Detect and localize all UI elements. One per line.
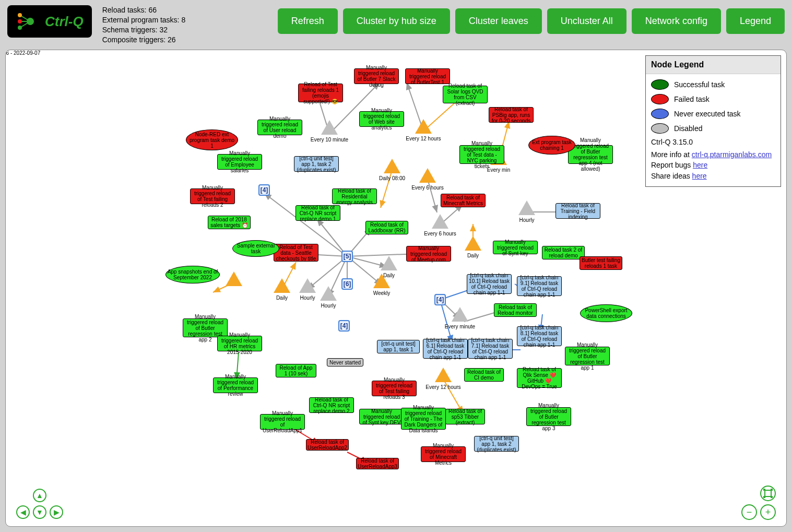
- svg-rect-44: [763, 496, 765, 498]
- task-node[interactable]: Manually triggered reload of Minecraft M…: [421, 446, 466, 462]
- cluster-node[interactable]: [4]: [434, 294, 446, 305]
- pan-right-button[interactable]: ▶: [50, 505, 63, 519]
- task-node[interactable]: [ctrl-q task chain 8.1] Reload task of C…: [517, 326, 562, 346]
- task-node[interactable]: Manually triggered reload of HR metrics …: [217, 336, 262, 351]
- task-node[interactable]: Reload task of CI demo: [464, 368, 504, 382]
- trigger-icon[interactable]: [465, 236, 481, 251]
- task-node[interactable]: [ctrl-q unit test] app 1, task 2 (duplic…: [474, 436, 519, 452]
- cluster-hub-button[interactable]: Cluster by hub size: [343, 8, 450, 34]
- task-node[interactable]: Reload task of Ctrl-Q NR script replace …: [309, 397, 354, 413]
- cluster-leaves-button[interactable]: Cluster leaves: [455, 8, 542, 34]
- trigger-icon[interactable]: [320, 286, 337, 301]
- task-node[interactable]: Manually triggered reload of Test data -…: [459, 145, 504, 164]
- cluster-node[interactable]: [4]: [338, 320, 350, 332]
- task-node[interactable]: Reload task of Solar logs QVD from CSV (…: [443, 86, 488, 103]
- trigger-icon[interactable]: [415, 119, 432, 134]
- legend-row-disabled: Disabled: [651, 123, 775, 134]
- task-node[interactable]: Butler test failing reloads 1 task: [580, 256, 622, 270]
- task-node[interactable]: Reload task of Reload monitor: [494, 303, 537, 317]
- task-node[interactable]: Reload of 2018 sales targets ⏰: [208, 216, 251, 229]
- task-node[interactable]: Manually triggered reload of Synt key DE…: [359, 409, 404, 424]
- trigger-icon[interactable]: [452, 307, 468, 322]
- pan-down-button[interactable]: ▼: [33, 505, 46, 519]
- task-node[interactable]: [ctrl-q task chain 6.1] Reload task of C…: [423, 339, 468, 359]
- trigger-icon[interactable]: [226, 271, 242, 286]
- trigger-icon[interactable]: [419, 168, 436, 183]
- uncluster-button[interactable]: Uncluster All: [547, 8, 626, 34]
- trigger-icon[interactable]: [381, 256, 397, 270]
- legend-button[interactable]: Legend: [726, 8, 785, 34]
- task-node[interactable]: [ctrl-q task chain 10.1] Reload task of …: [467, 274, 512, 294]
- task-node[interactable]: Manually triggered reload of Test failin…: [372, 381, 417, 396]
- task-node[interactable]: [ctrl-q task chain 9.1] Reload task of C…: [517, 276, 562, 296]
- task-node[interactable]: Manually triggered reload of Butler regr…: [565, 347, 610, 365]
- stat-reload: Reload tasks: 66: [102, 5, 186, 15]
- task-node[interactable]: Manually triggered reload of Butler 7 Sl…: [354, 68, 399, 84]
- header: Ctrl-Q Reload tasks: 66 External program…: [0, 0, 792, 50]
- legend-report-link[interactable]: here: [693, 161, 707, 169]
- task-node[interactable]: Reload task of Qlik Sense ❤️ GitHub ❤️ D…: [517, 368, 562, 388]
- task-node[interactable]: Reload of Test data - Seattle checkouts …: [274, 244, 318, 262]
- task-node[interactable]: Reload task of Laddboxar (RR): [365, 221, 408, 234]
- svg-rect-41: [765, 490, 771, 496]
- trigger-label: Daily 08:00: [379, 175, 405, 181]
- zoom-in-button[interactable]: +: [760, 504, 776, 520]
- ext-task-node[interactable]: App snapshots end of September 2022: [166, 266, 220, 283]
- task-node[interactable]: Reload task of UserReloadApp3: [356, 458, 399, 469]
- pan-left-button[interactable]: ◀: [16, 505, 30, 519]
- trigger-icon[interactable]: [299, 278, 316, 293]
- cluster-node[interactable]: [4]: [258, 184, 270, 196]
- task-node[interactable]: Manually triggered reload of User reload…: [257, 120, 302, 135]
- cluster-node[interactable]: [5]: [341, 251, 353, 262]
- ext-task-node[interactable]: Sample external task: [232, 240, 279, 257]
- ext-task-node[interactable]: Node-RED ext program task demo 1: [186, 129, 238, 150]
- trigger-icon[interactable]: [518, 200, 535, 215]
- task-node[interactable]: Manually triggered reload of Web site an…: [359, 111, 404, 127]
- trigger-icon[interactable]: [384, 159, 400, 173]
- task-node[interactable]: [ctrl-q task chain 7.1] Reload task of C…: [468, 339, 513, 359]
- task-node[interactable]: Reload task of Ctrl-Q NR script replace …: [295, 205, 340, 221]
- task-node[interactable]: Reload task of PSBig app, runs for 0-20 …: [489, 107, 534, 123]
- cluster-node[interactable]: [6]: [341, 278, 353, 290]
- zoom-out-button[interactable]: −: [741, 504, 757, 520]
- task-node[interactable]: Reload task of Minecraft Metrics: [441, 194, 486, 207]
- trigger-label: Hourly: [519, 217, 535, 223]
- task-node[interactable]: Reload task of UserReloadApp2: [306, 439, 349, 451]
- task-node[interactable]: Manually triggered reload of Employee sa…: [217, 154, 262, 170]
- trigger-icon[interactable]: [432, 214, 448, 229]
- task-node[interactable]: Reload of App 1 (10 sek): [276, 364, 316, 377]
- task-node[interactable]: Reload task of Residential energy analys…: [332, 188, 377, 204]
- ext-task-node[interactable]: PowerShell export data connections: [580, 304, 632, 322]
- legend-share-link[interactable]: here: [692, 172, 707, 180]
- refresh-button[interactable]: Refresh: [278, 8, 338, 34]
- task-node[interactable]: Manually triggered reload of Performance…: [213, 377, 258, 393]
- task-node[interactable]: [ctrl-q unit test] app 1, task 2 (duplic…: [294, 156, 339, 172]
- task-node[interactable]: Manually triggered reload of Training - …: [401, 408, 446, 430]
- task-node[interactable]: Manually triggered reload of Synt key: [493, 241, 538, 254]
- task-node[interactable]: Manually triggered reload of Butler regr…: [526, 407, 571, 426]
- trigger-label[interactable]: Never started: [327, 358, 363, 367]
- legend-moreinfo-link[interactable]: ctrl-q.ptarmiganlabs.com: [692, 150, 772, 159]
- logo-icon: [16, 11, 40, 32]
- task-node[interactable]: Reload of Test failing reloads 1 (emojis…: [298, 84, 343, 102]
- task-node[interactable]: [ctrl-q unit test] app 1, task 1: [377, 340, 420, 353]
- task-node[interactable]: Manually triggered reload of ButlerTest …: [405, 68, 450, 84]
- task-node[interactable]: Reload task of sp53 Tibber (extract): [445, 409, 485, 424]
- trigger-icon[interactable]: [435, 368, 452, 382]
- network-config-button[interactable]: Network config: [632, 8, 721, 34]
- trigger-icon[interactable]: [274, 278, 290, 293]
- ellipse-icon: [651, 123, 669, 134]
- task-node[interactable]: Manually triggered reload of UserReloadA…: [260, 414, 305, 430]
- task-node[interactable]: Manually triggered reload of Meetup.com: [406, 246, 451, 262]
- task-node[interactable]: Manually triggered reload of Butler regr…: [568, 145, 613, 164]
- legend-panel: Node Legend Successful task Failed task …: [645, 55, 781, 187]
- pan-up-button[interactable]: ▲: [33, 489, 46, 502]
- ext-task-node[interactable]: Ext program task chaining 1: [528, 136, 575, 155]
- task-node[interactable]: Manually triggered reload of Test failin…: [190, 188, 235, 204]
- network-canvas[interactable]: Every 10 minute Every 12 hours Every min…: [5, 50, 787, 527]
- zoom-fit-button[interactable]: [760, 486, 776, 501]
- task-node[interactable]: Reload task of Training - Field indexing: [555, 203, 600, 219]
- trigger-icon[interactable]: [321, 120, 338, 135]
- task-node[interactable]: Reload task 2 of reload demo: [542, 246, 585, 259]
- trigger-label: Hourly: [300, 295, 315, 301]
